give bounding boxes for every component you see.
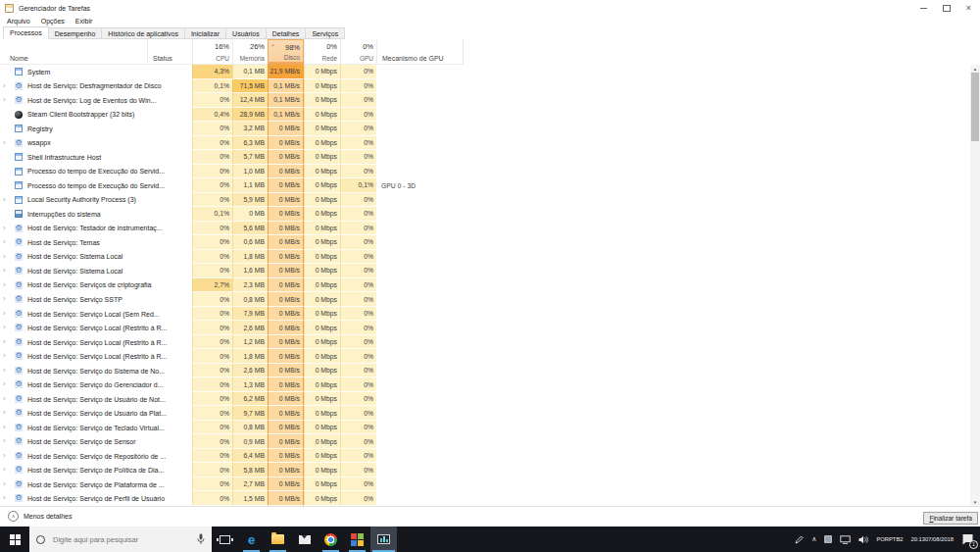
process-row[interactable]: ›⚙Host de Serviço: Serviço de Repositóri…: [0, 449, 970, 464]
column-header-mem-ria[interactable]: 26%Memória: [232, 39, 268, 65]
scroll-down-icon[interactable]: ▾: [970, 498, 980, 506]
taskbar-app-file-explorer[interactable]: [265, 527, 291, 552]
tray-app-icon[interactable]: [820, 527, 836, 552]
process-row[interactable]: Steam Client Bootstrapper (32 bits)0,4%2…: [0, 108, 970, 123]
expander-chevron-icon[interactable]: ›: [3, 323, 6, 331]
expander-chevron-icon[interactable]: ›: [3, 252, 6, 261]
expander-chevron-icon[interactable]: ›: [3, 309, 6, 318]
process-row[interactable]: ›⚙Host de Serviço: Serviço SSTP0%0,8 MB0…: [0, 292, 970, 307]
network-icon[interactable]: [836, 527, 855, 552]
process-row[interactable]: Registry0%3,2 MB0 MB/s0 Mbps0%: [0, 122, 970, 136]
expander-chevron-icon[interactable]: ›: [3, 394, 6, 403]
expander-chevron-icon[interactable]: ›: [3, 479, 6, 488]
expander-chevron-icon[interactable]: ›: [3, 280, 6, 289]
process-row[interactable]: ›⚙Host de Serviço: Serviço de Sensor0%0,…: [0, 434, 970, 449]
column-header-cpu[interactable]: 16%CPU: [192, 39, 232, 65]
taskbar-app-task-view[interactable]: [212, 527, 238, 552]
expander-chevron-icon[interactable]: ›: [3, 224, 6, 232]
end-task-button[interactable]: Finalizar tarefa: [923, 512, 978, 525]
tab-desempenho[interactable]: Desempenho: [49, 27, 103, 39]
menu-exibir[interactable]: Exibir: [75, 18, 93, 25]
process-row[interactable]: ›⚙Host de Serviço: Serviço de Perfil de …: [0, 491, 970, 506]
tab-usu-rios[interactable]: Usuários: [226, 27, 267, 39]
language-indicator[interactable]: POR PTB2: [872, 527, 906, 552]
column-header-gpu[interactable]: 0%GPU: [340, 39, 376, 65]
process-row[interactable]: ›⚙Host de Serviço: Serviços de criptogra…: [0, 278, 970, 293]
column-header-rede[interactable]: 0%Rede: [304, 39, 340, 65]
scrollbar-thumb[interactable]: [971, 73, 979, 141]
start-button[interactable]: [0, 527, 29, 552]
process-row[interactable]: Interrupções do sistema0,1%0 MB0 MB/s0 M…: [0, 207, 970, 222]
expander-chevron-icon[interactable]: ›: [3, 237, 6, 246]
expander-chevron-icon[interactable]: ›: [3, 465, 6, 474]
expander-chevron-icon[interactable]: ›: [3, 379, 6, 388]
process-row[interactable]: ›⚙Host de Serviço: Temas0%0,6 MB0 MB/s0 …: [0, 235, 970, 250]
taskbar-app-mail[interactable]: [291, 527, 318, 552]
expander-chevron-icon[interactable]: ›: [3, 351, 6, 360]
column-header-disco[interactable]: ⌄98%Disco: [268, 39, 304, 65]
taskbar-search[interactable]: [29, 527, 212, 552]
process-row[interactable]: ›⚙Host de Serviço: Serviço do Sistema de…: [0, 364, 970, 378]
process-row[interactable]: ›⚙Host de Serviço: Testador de instrumen…: [0, 222, 970, 236]
process-row[interactable]: ›⚙Host de Serviço: Serviço de Plataforma…: [0, 477, 970, 492]
scrollbar[interactable]: ▴ ▾: [970, 65, 980, 506]
column-header-mecanismo-gpu[interactable]: Mecanismo de GPU: [376, 39, 463, 65]
menu-op-es[interactable]: Opções: [41, 18, 65, 25]
search-input[interactable]: [51, 534, 197, 545]
expander-chevron-icon[interactable]: ›: [3, 294, 6, 303]
expander-chevron-icon[interactable]: ›: [3, 266, 6, 275]
process-row[interactable]: System4,3%0,1 MB21,9 MB/s0 Mbps0%: [0, 65, 970, 79]
tab-inicializar[interactable]: Inicializar: [185, 27, 226, 39]
tab-servi-os[interactable]: Serviços: [306, 27, 345, 39]
expander-chevron-icon[interactable]: ›: [3, 423, 6, 431]
clock[interactable]: 20:13 07/08/2018: [906, 527, 957, 552]
expander-chevron-icon[interactable]: ›: [3, 436, 6, 445]
process-row[interactable]: ›⚙Host de Serviço: Serviço de Usuário da…: [0, 406, 970, 421]
minimize-button[interactable]: [912, 0, 935, 16]
expander-chevron-icon[interactable]: ›: [3, 95, 6, 104]
process-row[interactable]: ›⚙Host de Serviço: Serviço de Usuário de…: [0, 392, 970, 407]
taskbar-app-edge[interactable]: e: [238, 527, 265, 552]
process-row[interactable]: ›⚙Host de Serviço: Sistema Local0%1,6 MB…: [0, 264, 970, 278]
process-row[interactable]: ›⚙Host de Serviço: Serviço de Política d…: [0, 463, 970, 477]
less-details-toggle[interactable]: ∧ Menos detalhes: [8, 511, 72, 522]
taskbar-app-chrome[interactable]: [318, 527, 344, 552]
process-row[interactable]: ›⚙Host de Serviço: Serviço Local (Restri…: [0, 321, 970, 335]
expander-chevron-icon[interactable]: ›: [3, 493, 6, 502]
process-row[interactable]: ›⚙Host de Serviço: Serviço Local (Sem Re…: [0, 307, 970, 322]
tab-processos[interactable]: Processos: [3, 26, 49, 39]
scroll-up-icon[interactable]: ▴: [970, 65, 980, 73]
process-row[interactable]: ›⚙Host de Serviço: Serviço do Gerenciado…: [0, 377, 970, 392]
process-row[interactable]: ›⚙wsappx0%6,3 MB0 MB/s0 Mbps0%: [0, 136, 970, 151]
tab-detalhes[interactable]: Detalhes: [267, 27, 307, 39]
menu-arquivo[interactable]: Arquivo: [7, 18, 30, 25]
taskbar-app-photos[interactable]: [344, 527, 370, 552]
process-row[interactable]: Shell Infrastructure Host0%5,7 MB0 MB/s0…: [0, 150, 970, 165]
expander-chevron-icon[interactable]: ›: [3, 408, 6, 417]
expander-chevron-icon[interactable]: ›: [3, 138, 6, 147]
expander-chevron-icon[interactable]: ›: [3, 366, 6, 375]
process-row[interactable]: ›⚙Host de Serviço: Serviço Local (Restri…: [0, 335, 970, 350]
speaker-icon[interactable]: [855, 527, 872, 552]
expander-chevron-icon[interactable]: ›: [3, 451, 6, 460]
column-header-nome[interactable]: Nome: [0, 39, 147, 65]
process-row[interactable]: ›⚙Host de Serviço: Serviço Local (Restri…: [0, 349, 970, 364]
tab-hist-rico-de-aplicativos[interactable]: Histórico de aplicativos: [102, 27, 185, 39]
expander-chevron-icon[interactable]: ›: [3, 195, 6, 204]
pen-icon[interactable]: [791, 527, 808, 552]
process-row[interactable]: Processo do tempo de Execução do Servid.…: [0, 178, 970, 193]
column-header-status[interactable]: Status: [147, 39, 192, 65]
expander-chevron-icon[interactable]: ›: [3, 81, 6, 90]
process-row[interactable]: ›⚙Host de Serviço: Log de Eventos do Win…: [0, 93, 970, 108]
process-row[interactable]: ›Local Security Authority Process (3)0%5…: [0, 193, 970, 208]
process-row[interactable]: Processo do tempo de Execução do Servid.…: [0, 165, 970, 179]
process-row[interactable]: ›⚙Host de Serviço: Sistema Local0%1,8 MB…: [0, 250, 970, 265]
taskbar-app-task-manager[interactable]: [370, 527, 397, 552]
tray-chevron-up-icon[interactable]: ∧: [808, 527, 820, 552]
close-button[interactable]: ×: [957, 0, 980, 16]
process-row[interactable]: ›⚙Host de Serviço: Serviço de Teclado Vi…: [0, 421, 970, 435]
process-row[interactable]: ›⚙Host de Serviço: Desfragmentador de Di…: [0, 79, 970, 94]
action-center-button[interactable]: 1: [957, 527, 980, 552]
maximize-button[interactable]: [935, 0, 957, 16]
expander-chevron-icon[interactable]: ›: [3, 337, 6, 346]
